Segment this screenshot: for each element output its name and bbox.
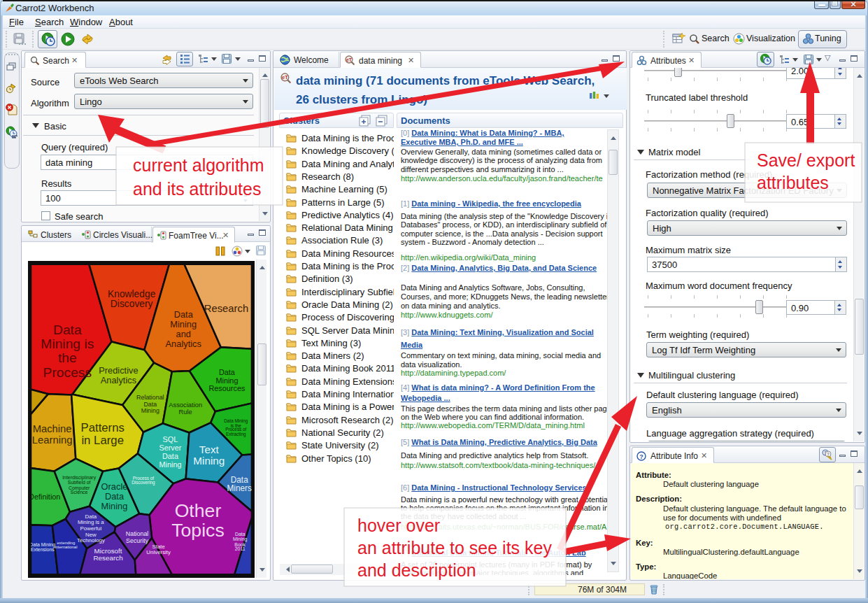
- svg-text:Save/ export: Save/ export: [757, 150, 855, 170]
- svg-text:attributes: attributes: [757, 173, 829, 192]
- svg-text:current algorithm: current algorithm: [133, 155, 264, 175]
- svg-text:an attribute to see its key: an attribute to see its key: [357, 538, 552, 558]
- svg-text:and its attributes: and its attributes: [133, 179, 261, 199]
- svg-text:and description: and description: [357, 560, 476, 580]
- svg-text:hover over: hover over: [357, 516, 440, 535]
